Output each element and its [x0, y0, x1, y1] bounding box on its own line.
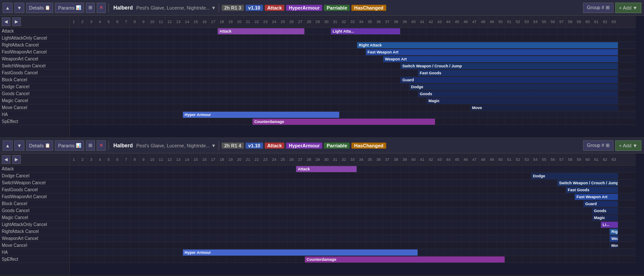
cell-r9-f4[interactable] — [96, 228, 105, 235]
cell-r6-f7[interactable] — [122, 70, 131, 76]
cell-r9-f54[interactable] — [531, 228, 540, 235]
block-13-Counterdamage[interactable]: Counterdamage — [253, 119, 435, 125]
cell-r12-f37[interactable] — [383, 111, 392, 118]
cell-r5-f18[interactable] — [218, 63, 226, 70]
cell-r6-f29[interactable] — [314, 207, 322, 214]
cell-r0-f10[interactable] — [148, 28, 157, 35]
cell-r5-f35[interactable] — [366, 63, 374, 70]
cell-r0-f8[interactable] — [131, 166, 139, 173]
cell-r4-f17[interactable] — [209, 56, 218, 63]
cell-r1-f6[interactable] — [113, 173, 122, 180]
cell-r7-f33[interactable] — [348, 76, 357, 83]
cell-r9-f10[interactable] — [148, 90, 157, 97]
cell-r2-f15[interactable] — [192, 180, 200, 186]
cell-r0-f39[interactable] — [401, 166, 409, 173]
cell-r0-f52[interactable] — [514, 28, 523, 35]
cell-r5-f51[interactable] — [505, 200, 514, 207]
cell-r6-f12[interactable] — [165, 70, 174, 76]
cell-r10-f16[interactable] — [200, 97, 209, 104]
timeline-scroll[interactable]: 1234567891011121314151617181920212223242… — [70, 16, 644, 137]
cell-r4-f19[interactable] — [226, 56, 235, 63]
cell-r13-f61[interactable] — [592, 118, 601, 125]
cell-r11-f4[interactable] — [96, 242, 105, 249]
cell-r9-f1[interactable] — [70, 228, 78, 235]
cell-r13-f15[interactable] — [192, 118, 200, 125]
cell-r7-f16[interactable] — [200, 214, 209, 221]
cell-r3-f29[interactable] — [314, 49, 322, 56]
cell-r10-f18[interactable] — [218, 97, 226, 104]
cell-r7-f12[interactable] — [165, 214, 174, 221]
cell-r10-f37[interactable] — [383, 97, 392, 104]
cell-r4-f31[interactable] — [331, 193, 340, 200]
cell-r10-f36[interactable] — [374, 97, 383, 104]
cell-r12-f40[interactable] — [409, 111, 418, 118]
cell-r11-f62[interactable] — [601, 242, 610, 249]
cell-r2-f25[interactable] — [279, 42, 287, 49]
cell-r3-f53[interactable] — [523, 186, 531, 193]
cell-r4-f28[interactable] — [305, 56, 314, 63]
cell-r11-f61[interactable] — [592, 242, 601, 249]
cell-r5-f16[interactable] — [200, 200, 209, 207]
cell-r10-f24[interactable] — [270, 235, 279, 242]
cell-r3-f42[interactable] — [427, 186, 435, 193]
cell-r0-f42[interactable] — [427, 166, 435, 173]
cell-r10-f3[interactable] — [87, 235, 96, 242]
cell-r12-f52[interactable] — [514, 249, 523, 256]
cell-r7-f46[interactable] — [462, 214, 470, 221]
cell-r1-f19[interactable] — [226, 173, 235, 180]
cell-r8-f31[interactable] — [331, 83, 340, 90]
cell-r11-f32[interactable] — [340, 242, 348, 249]
cell-r11-f43[interactable] — [435, 242, 444, 249]
cell-r8-f4[interactable] — [96, 83, 105, 90]
cell-r1-f16[interactable] — [200, 35, 209, 42]
cell-r11-f44[interactable] — [444, 242, 453, 249]
cell-r7-f16[interactable] — [200, 76, 209, 83]
cell-r8-f10[interactable] — [148, 83, 157, 90]
cell-r2-f11[interactable] — [157, 42, 165, 49]
cell-r1-f41[interactable] — [418, 35, 427, 42]
cell-r8-f34[interactable] — [357, 221, 366, 228]
cell-r6-f2[interactable] — [78, 70, 87, 76]
cell-r0-f57[interactable] — [557, 28, 566, 35]
cell-r13-f2[interactable] — [78, 118, 87, 125]
cell-r5-f45[interactable] — [453, 200, 462, 207]
cell-r11-f33[interactable] — [348, 104, 357, 111]
cell-r10-f7[interactable] — [122, 235, 131, 242]
cell-r3-f45[interactable] — [453, 186, 462, 193]
cell-r0-f62[interactable] — [601, 28, 610, 35]
cell-r9-f28[interactable] — [305, 228, 314, 235]
cell-r9-f18[interactable] — [218, 90, 226, 97]
cell-r0-f4[interactable] — [96, 28, 105, 35]
cell-r9-f43[interactable] — [435, 228, 444, 235]
cell-r5-f12[interactable] — [165, 63, 174, 70]
cell-r7-f10[interactable] — [148, 76, 157, 83]
cell-r1-f49[interactable] — [488, 173, 496, 180]
cell-r12-f48[interactable] — [479, 249, 488, 256]
cell-r5-f43[interactable] — [435, 200, 444, 207]
cell-r7-f7[interactable] — [122, 214, 131, 221]
cell-r6-f39[interactable] — [401, 207, 409, 214]
cell-r5-f13[interactable] — [174, 63, 183, 70]
cell-r1-f36[interactable] — [374, 35, 383, 42]
cell-r10-f22[interactable] — [253, 235, 261, 242]
cell-r12-f49[interactable] — [488, 249, 496, 256]
cell-r0-f60[interactable] — [583, 28, 592, 35]
block-8-Dodge[interactable]: Dodge — [409, 84, 618, 90]
cell-r7-f36[interactable] — [374, 76, 383, 83]
cell-r2-f12[interactable] — [165, 180, 174, 186]
cell-r12-f32[interactable] — [340, 111, 348, 118]
cell-r3-f56[interactable] — [549, 186, 557, 193]
cell-r1-f28[interactable] — [305, 35, 314, 42]
cell-r8-f21[interactable] — [244, 221, 253, 228]
cell-r2-f47[interactable] — [470, 180, 479, 186]
cell-r5-f24[interactable] — [270, 63, 279, 70]
cell-r4-f24[interactable] — [270, 56, 279, 63]
cell-r2-f35[interactable] — [366, 180, 374, 186]
cell-r4-f21[interactable] — [244, 56, 253, 63]
cell-r5-f6[interactable] — [113, 200, 122, 207]
cell-r11-f8[interactable] — [131, 242, 139, 249]
cell-r3-f28[interactable] — [305, 186, 314, 193]
cell-r0-f3[interactable] — [87, 28, 96, 35]
cell-r7-f4[interactable] — [96, 76, 105, 83]
cell-r11-f14[interactable] — [183, 242, 192, 249]
